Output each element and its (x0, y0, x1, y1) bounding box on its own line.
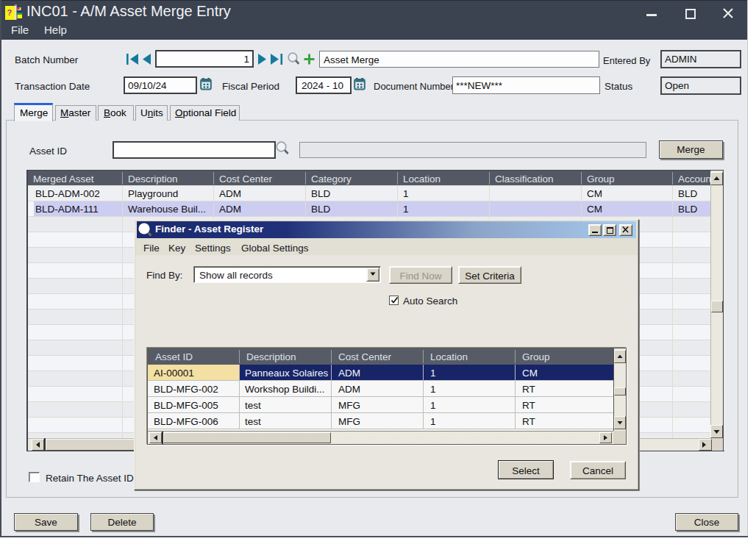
svg-text:?: ? (7, 8, 13, 17)
